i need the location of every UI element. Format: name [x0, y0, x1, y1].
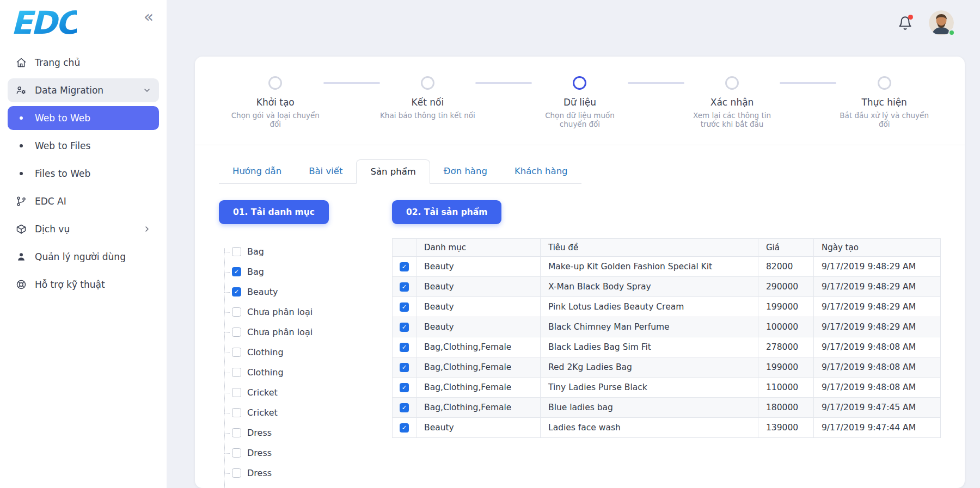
step-ket-noi[interactable]: Kết nối Khai báo thông tin kết nối: [380, 76, 476, 120]
row-checkbox[interactable]: [400, 363, 409, 372]
chevron-down-icon: [143, 86, 151, 95]
tree-item[interactable]: Electronics: [219, 483, 382, 488]
category-label: Clothing: [247, 347, 284, 357]
row-checkbox[interactable]: [400, 423, 409, 433]
sidebar-item-label: Trang chủ: [35, 57, 80, 68]
step-xac-nhan[interactable]: Xác nhận Xem lại các thông tin trước khi…: [684, 76, 780, 128]
step-title: Dữ liệu: [532, 97, 628, 108]
step-subtitle: Chọn gói và loại chuyển đổi: [228, 111, 323, 128]
step-connector: [323, 82, 380, 84]
row-checkbox[interactable]: [400, 323, 409, 332]
sidebar-item-web-to-web[interactable]: Web to Web: [8, 106, 159, 130]
category-checkbox[interactable]: [232, 267, 241, 276]
tab-don-hang[interactable]: Đơn hàng: [430, 159, 501, 183]
sidebar-item-label: Web to Files: [35, 140, 90, 151]
category-checkbox[interactable]: [232, 247, 241, 256]
bullet-icon: [15, 116, 27, 120]
tree-item[interactable]: Cricket: [219, 403, 382, 423]
product-table: Danh mục Tiêu đề Giá Ngày tạo Beauty Mak…: [392, 238, 941, 438]
category-tree: Bag Bag Beauty Chưa phân loại: [219, 242, 382, 488]
category-label: Chưa phân loại: [247, 307, 313, 317]
topbar: [167, 0, 980, 46]
cell-date: 9/17/2019 9:47:44 AM: [814, 418, 941, 438]
step-du-lieu[interactable]: Dữ liệu Chọn dữ liệu muốn chuyển đổi: [532, 76, 628, 128]
category-checkbox[interactable]: [232, 468, 241, 478]
table-row: Beauty Make-up Kit Golden Fashion Specia…: [393, 257, 941, 277]
step-subtitle: Xem lại các thông tin trước khi bắt đầu: [684, 111, 780, 128]
category-checkbox[interactable]: [232, 307, 241, 317]
row-checkbox[interactable]: [400, 262, 409, 271]
tree-item[interactable]: Dress: [219, 463, 382, 483]
category-label: Chưa phân loại: [247, 327, 313, 337]
tree-item[interactable]: Dress: [219, 423, 382, 443]
tree-item[interactable]: Clothing: [219, 362, 382, 382]
unread-indicator: [908, 15, 913, 20]
cell-title: Pink Lotus Ladies Beauty Cream: [541, 297, 758, 317]
tab-san-pham[interactable]: Sản phẩm: [356, 159, 430, 184]
step-connector: [628, 82, 684, 84]
sidebar-item-ho-tro-ky-thuat[interactable]: Hỗ trợ kỹ thuật: [8, 273, 159, 296]
sidebar-item-web-to-files[interactable]: Web to Files: [8, 134, 159, 158]
row-checkbox[interactable]: [400, 282, 409, 292]
cell-title: Blue ladies bag: [541, 398, 758, 418]
load-categories-button[interactable]: 01. Tải danh mục: [219, 200, 329, 224]
tab-khach-hang[interactable]: Khách hàng: [501, 159, 581, 183]
sidebar-item-data-migration[interactable]: Data Migration: [8, 78, 159, 102]
online-status-dot: [948, 29, 955, 36]
bullet-icon: [15, 172, 27, 175]
tree-item[interactable]: Chưa phân loại: [219, 322, 382, 342]
row-checkbox[interactable]: [400, 302, 409, 312]
sidebar-item-quan-ly-nguoi-dung[interactable]: Quản lý người dùng: [8, 245, 159, 269]
tab-huong-dan[interactable]: Hướng dẫn: [219, 159, 295, 183]
column-header-category: Danh mục: [416, 239, 541, 257]
cell-date: 9/17/2019 9:48:29 AM: [814, 297, 941, 317]
step-khoi-tao[interactable]: Khởi tạo Chọn gói và loại chuyển đổi: [228, 76, 323, 128]
collapse-sidebar-icon[interactable]: «: [144, 9, 154, 25]
edc-logo[interactable]: EDC: [11, 7, 77, 40]
cell-title: Make-up Kit Golden Fashion Special Kit: [541, 257, 758, 277]
step-thuc-hien[interactable]: Thực hiện Bắt đầu xử lý và chuyển đổi: [836, 76, 932, 128]
chevron-right-icon: [143, 225, 151, 233]
step-title: Kết nối: [380, 97, 476, 108]
sidebar-item-label: Data Migration: [35, 85, 103, 96]
category-checkbox[interactable]: [232, 408, 241, 417]
step-subtitle: Chọn dữ liệu muốn chuyển đổi: [532, 111, 628, 128]
category-checkbox[interactable]: [232, 287, 241, 296]
category-checkbox[interactable]: [232, 448, 241, 458]
bullet-icon: [15, 144, 27, 147]
tree-item[interactable]: Clothing: [219, 342, 382, 362]
avatar[interactable]: [929, 10, 954, 35]
cell-category: Bag,Clothing,Female: [416, 398, 541, 418]
category-checkbox[interactable]: [232, 368, 241, 377]
sidebar-item-trang-chu[interactable]: Trang chủ: [8, 51, 159, 75]
row-checkbox[interactable]: [400, 383, 409, 392]
step-title: Khởi tạo: [228, 97, 323, 108]
tree-item[interactable]: Bag: [219, 262, 382, 282]
tree-item[interactable]: Beauty: [219, 282, 382, 302]
table-row: Bag,Clothing,Female Black Ladies Bag Sim…: [393, 337, 941, 357]
sidebar-item-files-to-web[interactable]: Files to Web: [8, 162, 159, 186]
tab-bai-viet[interactable]: Bài viết: [295, 159, 356, 183]
row-checkbox[interactable]: [400, 343, 409, 352]
table-row: Bag,Clothing,Female Red 2Kg Ladies Bag 1…: [393, 357, 941, 378]
tree-item[interactable]: Bag: [219, 242, 382, 262]
category-label: Dress: [247, 468, 272, 478]
category-checkbox[interactable]: [232, 348, 241, 357]
tree-item[interactable]: Chưa phân loại: [219, 302, 382, 322]
cell-price: 139000: [758, 418, 814, 438]
row-checkbox[interactable]: [400, 403, 409, 412]
sidebar-item-label: Files to Web: [35, 168, 90, 179]
tree-item[interactable]: Dress: [219, 443, 382, 463]
load-products-button[interactable]: 02. Tải sản phẩm: [392, 200, 501, 224]
cell-price: 180000: [758, 398, 814, 418]
cell-date: 9/17/2019 9:47:45 AM: [814, 398, 941, 418]
tree-item[interactable]: Cricket: [219, 382, 382, 403]
category-checkbox[interactable]: [232, 388, 241, 397]
sidebar-item-dich-vu[interactable]: Dịch vụ: [8, 217, 159, 241]
sidebar-item-edc-ai[interactable]: EDC AI: [8, 189, 159, 213]
column-header-date: Ngày tạo: [814, 239, 941, 257]
notification-bell-icon[interactable]: [898, 16, 912, 30]
category-checkbox[interactable]: [232, 428, 241, 437]
category-checkbox[interactable]: [232, 328, 241, 337]
step-circle: [268, 76, 282, 90]
